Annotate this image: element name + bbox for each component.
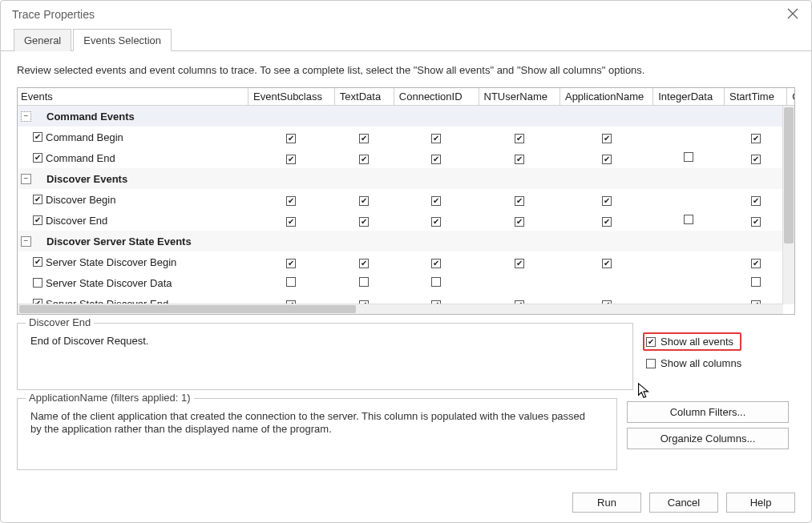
group-label: Discover Server State Events [46, 235, 192, 247]
cell-checkbox[interactable] [431, 217, 441, 227]
cell-checkbox[interactable] [602, 196, 612, 206]
event-label: Discover End [46, 215, 107, 227]
show-all-columns-label: Show all columns [661, 357, 741, 369]
run-button[interactable]: Run [572, 493, 641, 513]
column-description-group: ApplicationName (filters applied: 1) Nam… [17, 398, 617, 470]
header-row: Events EventSubclass TextData Connection… [18, 88, 795, 106]
horizontal-scrollbar[interactable] [18, 304, 783, 314]
titlebar: Trace Properties [1, 1, 811, 28]
cell-checkbox[interactable] [515, 196, 524, 206]
cell-checkbox[interactable] [751, 277, 761, 287]
group-row[interactable]: −Discover Events [18, 168, 795, 189]
cell-checkbox[interactable] [286, 196, 296, 206]
event-row[interactable]: Command Begin [18, 127, 795, 147]
cell-checkbox[interactable] [359, 134, 369, 143]
show-all-events-highlight: Show all events [643, 332, 741, 351]
cell-checkbox[interactable] [359, 155, 369, 164]
event-label: Command Begin [46, 131, 123, 143]
cell-checkbox[interactable] [431, 259, 441, 268]
event-description-text: End of Discover Request. [30, 335, 623, 347]
vertical-scrollbar[interactable] [782, 106, 794, 304]
col-ntusername[interactable]: NTUserName [479, 88, 560, 106]
cell-checkbox[interactable] [602, 155, 612, 164]
cell-checkbox[interactable] [751, 155, 761, 164]
event-label: Command End [46, 152, 115, 164]
cell-checkbox[interactable] [684, 215, 693, 224]
show-all-events-checkbox[interactable] [646, 337, 656, 347]
cell-checkbox[interactable] [751, 217, 761, 227]
column-actions: Column Filters... Organize Columns... [627, 398, 795, 470]
event-enable-checkbox[interactable] [33, 195, 42, 204]
cell-checkbox[interactable] [431, 196, 441, 206]
cell-checkbox[interactable] [431, 134, 441, 143]
show-all-events-label: Show all events [661, 336, 733, 348]
cell-checkbox[interactable] [359, 277, 369, 287]
window-title: Trace Properties [12, 8, 95, 21]
event-enable-checkbox[interactable] [33, 257, 42, 267]
organize-columns-button[interactable]: Organize Columns... [627, 428, 789, 449]
cell-checkbox[interactable] [515, 259, 524, 268]
collapse-toggle-icon[interactable]: − [21, 236, 31, 247]
column-description-legend: ApplicationName (filters applied: 1) [26, 392, 194, 404]
col-integerdata[interactable]: IntegerData [653, 88, 725, 106]
collapse-toggle-icon[interactable]: − [21, 111, 31, 122]
event-row[interactable]: Server State Discover Data [18, 272, 795, 293]
collapse-toggle-icon[interactable]: − [21, 174, 31, 184]
event-row[interactable]: Command End [18, 147, 795, 168]
cell-checkbox[interactable] [602, 217, 612, 227]
tab-general[interactable]: General [14, 29, 71, 51]
col-starttime[interactable]: StartTime [725, 88, 787, 106]
col-eventsubclass[interactable]: EventSubclass [248, 88, 335, 106]
display-options: Show all events Show all columns [643, 323, 795, 390]
cell-checkbox[interactable] [359, 259, 369, 268]
cell-checkbox[interactable] [602, 134, 612, 143]
cell-checkbox[interactable] [751, 134, 761, 143]
cell-checkbox[interactable] [286, 155, 296, 164]
col-applicationname[interactable]: ApplicationName [560, 88, 652, 106]
dialog-footer: Run Cancel Help [572, 493, 795, 513]
review-instruction: Review selected events and event columns… [17, 64, 795, 76]
event-enable-checkbox[interactable] [33, 215, 42, 225]
events-grid[interactable]: Events EventSubclass TextData Connection… [17, 87, 795, 315]
cell-checkbox[interactable] [431, 277, 441, 287]
event-enable-checkbox[interactable] [33, 132, 42, 142]
group-row[interactable]: −Errors and Warnings [18, 314, 795, 315]
event-enable-checkbox[interactable] [33, 153, 42, 163]
cell-checkbox[interactable] [286, 134, 296, 143]
event-description-group: Discover End End of Discover Request. [17, 323, 633, 390]
cell-checkbox[interactable] [286, 217, 296, 227]
event-row[interactable]: Server State Discover Begin [18, 251, 795, 272]
cancel-button[interactable]: Cancel [649, 493, 718, 513]
group-row[interactable]: −Command Events [18, 106, 795, 127]
cell-checkbox[interactable] [286, 277, 296, 287]
event-label: Discover Begin [46, 194, 115, 206]
column-filters-button[interactable]: Column Filters... [627, 401, 789, 423]
cell-checkbox[interactable] [515, 134, 524, 143]
cell-checkbox[interactable] [359, 196, 369, 206]
cell-checkbox[interactable] [431, 155, 441, 164]
cell-checkbox[interactable] [602, 259, 612, 268]
cell-checkbox[interactable] [359, 217, 369, 227]
close-icon[interactable] [782, 5, 803, 25]
tab-content: Review selected events and event columns… [1, 51, 811, 478]
cell-checkbox[interactable] [684, 152, 693, 162]
col-textdata[interactable]: TextData [334, 88, 394, 106]
group-label: Discover Events [46, 173, 127, 185]
event-enable-checkbox[interactable] [33, 278, 42, 288]
col-connectionid[interactable]: ConnectionID [394, 88, 479, 106]
col-events[interactable]: Events [18, 88, 248, 106]
group-row[interactable]: −Discover Server State Events [18, 231, 795, 251]
tab-events-selection[interactable]: Events Selection [73, 29, 172, 51]
cell-checkbox[interactable] [286, 259, 296, 268]
col-extra[interactable]: C [787, 88, 795, 106]
cell-checkbox[interactable] [515, 155, 524, 164]
show-all-columns-checkbox[interactable] [646, 359, 656, 368]
event-label: Server State Discover Data [46, 277, 172, 289]
cell-checkbox[interactable] [751, 259, 761, 268]
cell-checkbox[interactable] [515, 217, 524, 227]
help-button[interactable]: Help [726, 493, 795, 513]
cell-checkbox[interactable] [751, 196, 761, 206]
tab-strip: General Events Selection [1, 28, 811, 51]
event-row[interactable]: Discover End [18, 210, 795, 231]
event-row[interactable]: Discover Begin [18, 189, 795, 210]
